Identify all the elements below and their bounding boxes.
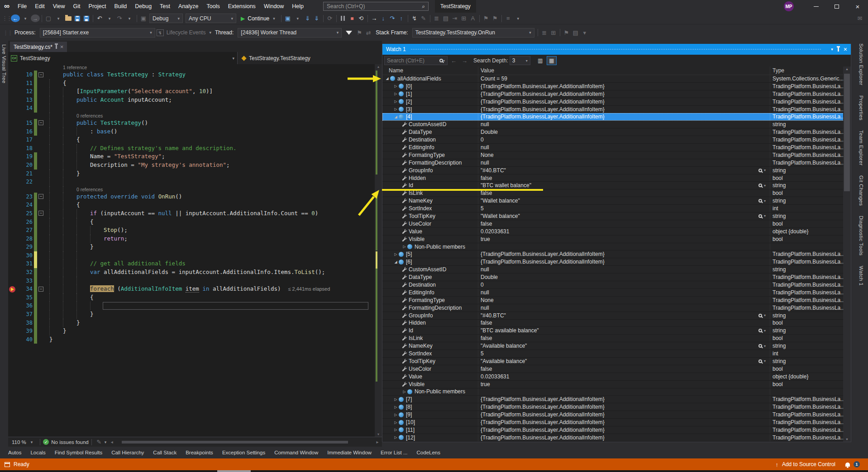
code-line[interactable]: 33 <box>8 277 375 285</box>
tab-watch-1[interactable]: Watch 1 <box>858 266 864 286</box>
tab-live-visual-tree[interactable]: Live Visual Tree <box>1 44 7 83</box>
tab-autos[interactable]: Autos <box>4 447 26 458</box>
search-next-icon[interactable]: → <box>460 57 469 64</box>
watch-row[interactable]: Value0.02033631object {double} <box>382 228 844 236</box>
watch-row[interactable]: Id"BTC wallet balance"▾string <box>382 182 844 189</box>
watch-row[interactable]: IsLinkfalsebool <box>382 335 844 342</box>
indent-icon[interactable]: ⇥ <box>450 14 459 24</box>
watch-row[interactable]: ▷[0]{TradingPlatform.BusinessLayer.Addit… <box>382 83 844 90</box>
column-type[interactable]: Type <box>770 66 851 75</box>
close-button[interactable]: × <box>847 0 868 13</box>
collapse-arrow-icon[interactable]: ◢ <box>393 260 399 264</box>
menu-edit[interactable]: Edit <box>31 3 49 9</box>
window-position-icon[interactable]: ▾ <box>831 47 833 52</box>
expand-arrow-icon[interactable]: ▷ <box>393 428 399 432</box>
lifecycle-events-button[interactable]: Lifecycle Events <box>167 29 206 36</box>
show-next-statement-icon[interactable]: → <box>370 14 379 24</box>
watch-row[interactable]: Destination0TradingPlatform.BusinessLa..… <box>382 281 844 289</box>
code-line[interactable]: 25−if (inputAccount == null || inputAcco… <box>8 209 375 218</box>
tab-breakpoints[interactable]: Breakpoints <box>181 447 218 458</box>
feedback-icon[interactable]: ✉ <box>855 14 864 24</box>
code-line[interactable]: 27Stop(); <box>8 226 375 235</box>
editor-horizontal-scrollbar[interactable] <box>118 440 371 444</box>
watch-row[interactable]: ▷[3]{TradingPlatform.BusinessLayer.Addit… <box>382 106 844 113</box>
watch-row[interactable]: FormattingDescriptionnullTradingPlatform… <box>382 304 844 312</box>
open-file-icon[interactable] <box>64 14 73 24</box>
menu-tools[interactable]: Tools <box>203 3 224 9</box>
watch-row[interactable]: ToolTipKey"Wallet balance"▾string <box>382 212 844 220</box>
tab-diagnostic-tools[interactable]: Diagnostic Tools <box>858 216 864 255</box>
tab-find-symbol-results[interactable]: Find Symbol Results <box>50 447 107 458</box>
list-members-icon[interactable]: ≡ <box>504 14 513 24</box>
scroll-left-icon[interactable]: ◂ <box>107 437 116 447</box>
expand-arrow-icon[interactable]: ▷ <box>393 252 399 256</box>
continue-button[interactable]: ▶Continue▾ <box>238 14 279 24</box>
watch-row[interactable]: NameKey"Wallet balance"▾string <box>382 197 844 205</box>
text-visualizer-icon[interactable]: ▾ <box>758 168 768 172</box>
watch-row[interactable]: EditingInfonullTradingPlatform.BusinessL… <box>382 289 844 297</box>
code-line[interactable]: 39} <box>8 327 375 335</box>
menu-view[interactable]: View <box>49 3 69 9</box>
watch-row[interactable]: ▷[7]{TradingPlatform.BusinessLayer.Addit… <box>382 396 844 403</box>
code-line[interactable]: 16: base() <box>8 127 375 136</box>
notifications-bell-icon[interactable] <box>845 463 850 467</box>
code-line[interactable]: 30 <box>8 251 375 260</box>
editor-vertical-scrollbar[interactable]: ▴ ▾ <box>375 64 382 437</box>
codelens-references[interactable]: 0 references <box>76 186 103 193</box>
restart-icon[interactable]: ⟲ <box>357 14 366 24</box>
watch-row[interactable]: NameKey"Available balance"▾string <box>382 342 844 350</box>
code-line[interactable]: 32var allAdditionalFields = inputAccount… <box>8 268 375 277</box>
tab-properties[interactable]: Properties <box>858 95 864 120</box>
pin-columns-icon[interactable]: ▥ <box>535 56 545 65</box>
collapse-arrow-icon[interactable]: ◢ <box>384 76 390 80</box>
step-into-icon[interactable]: ↓ <box>379 14 388 24</box>
stop-debugging-icon[interactable]: ■ <box>348 14 357 24</box>
menu-project[interactable]: Project <box>85 3 110 9</box>
tab-codelens[interactable]: CodeLens <box>412 447 445 458</box>
text-visualizer-icon[interactable]: ▾ <box>758 313 768 317</box>
watch-row[interactable]: Id"BTC available balance"▾string <box>382 327 844 335</box>
watch-row[interactable]: ▷[8]{TradingPlatform.BusinessLayer.Addit… <box>382 403 844 411</box>
code-line[interactable]: 26{ <box>8 218 375 227</box>
platform-dropdown[interactable]: Any CPU▾ <box>186 14 236 23</box>
watch-row[interactable]: SortIndex5int <box>382 350 844 358</box>
menu-file[interactable]: File <box>14 3 31 9</box>
watch-row[interactable]: DataTypeDoubleTradingPlatform.BusinessLa… <box>382 128 844 136</box>
pin-icon[interactable] <box>56 45 57 49</box>
flag-threads-icon[interactable]: ⚑ <box>355 28 364 38</box>
watch-row[interactable]: ▷[10]{TradingPlatform.BusinessLayer.Addi… <box>382 419 844 426</box>
watch-row[interactable]: DataTypeDoubleTradingPlatform.BusinessLa… <box>382 274 844 281</box>
column-name[interactable]: Name <box>382 67 478 74</box>
tab-call-hierarchy[interactable]: Call Hierarchy <box>107 447 148 458</box>
stack-frame-dropdown[interactable]: TestStrategy.TestStrategy.OnRun▾ <box>412 28 534 38</box>
collapse-arrow-icon[interactable]: ◢ <box>393 115 399 119</box>
code-line[interactable]: 11{ <box>8 79 375 88</box>
configuration-dropdown[interactable]: Debug▾ <box>149 14 183 23</box>
watch-row[interactable]: ▷[2]{TradingPlatform.BusinessLayer.Addit… <box>382 98 844 106</box>
code-health-indicator[interactable]: ✓ No issues found <box>43 439 88 445</box>
perf-tip[interactable]: ≤ 2,441ms elapsed <box>288 286 330 292</box>
code-line[interactable]: 22 <box>8 178 375 186</box>
watch-row[interactable]: Hiddenfalsebool <box>382 175 844 182</box>
tab-command-window[interactable]: Command Window <box>270 447 323 458</box>
expand-arrow-icon[interactable]: ▷ <box>393 413 399 417</box>
undo-icon[interactable]: ↶ <box>95 14 104 24</box>
menu-build[interactable]: Build <box>110 3 131 9</box>
minimize-button[interactable] <box>806 0 826 13</box>
menu-debug[interactable]: Debug <box>131 3 156 9</box>
tab-call-stack[interactable]: Call Stack <box>148 447 181 458</box>
navigate-forward-icon[interactable]: → <box>31 14 40 22</box>
close-icon[interactable]: × <box>60 43 64 50</box>
code-line[interactable]: 17{ <box>8 136 375 144</box>
watch-row[interactable]: ▷[5]{TradingPlatform.BusinessLayer.Addit… <box>382 250 844 258</box>
dropdown-caret-icon[interactable]: ▾ <box>105 14 114 24</box>
watch-row[interactable]: ▷[11]{TradingPlatform.BusinessLayer.Addi… <box>382 426 844 434</box>
code-line[interactable]: 37} <box>8 310 375 319</box>
watch-vertical-scrollbar[interactable]: ▴ ▾ <box>843 66 851 442</box>
text-visualizer-icon[interactable]: ▾ <box>758 184 768 188</box>
document-icon[interactable]: ▤ <box>441 14 450 24</box>
watch-row[interactable]: Visibletruebool <box>382 381 844 388</box>
breadcrumb-project-dropdown[interactable]: C# TestStrategy ▾ <box>8 52 238 64</box>
watch-row[interactable]: ▷Non-Public members <box>382 388 844 396</box>
save-icon[interactable] <box>73 14 82 24</box>
